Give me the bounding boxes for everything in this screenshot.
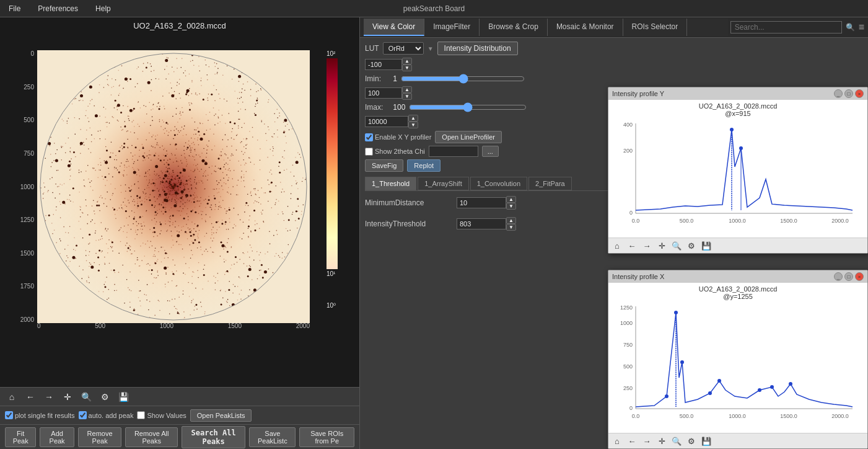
svg-text:1000: 1000 bbox=[620, 320, 633, 326]
menu-preferences[interactable]: Preferences bbox=[34, 3, 82, 14]
profile-y-forward-icon[interactable]: → bbox=[641, 239, 653, 252]
profile-y-settings-icon[interactable]: ⚙ bbox=[685, 239, 698, 252]
diffraction-image[interactable] bbox=[37, 50, 310, 323]
svg-text:0.0: 0.0 bbox=[632, 413, 640, 419]
imax-large-up-btn[interactable]: ▲ bbox=[408, 115, 418, 122]
colorbar bbox=[327, 58, 338, 269]
search-all-peaks-button[interactable]: Search All Peaks bbox=[182, 426, 245, 448]
int-thresh-down-btn[interactable]: ▼ bbox=[506, 224, 516, 231]
tab-view-color[interactable]: View & Color bbox=[364, 19, 424, 36]
image-title: UO2_A163_2_0028.mccd bbox=[0, 17, 359, 32]
minimum-distance-input[interactable] bbox=[457, 197, 506, 208]
svg-text:500.0: 500.0 bbox=[680, 413, 694, 419]
remove-all-peaks-button[interactable]: Remove All Peaks bbox=[125, 427, 178, 447]
menu-icon[interactable]: ≡ bbox=[859, 22, 864, 33]
tab-mosaic-monitor[interactable]: Mosaic & Monitor bbox=[548, 19, 623, 36]
search-input[interactable] bbox=[730, 21, 842, 33]
add-peak-button[interactable]: Add Peak bbox=[40, 427, 74, 447]
int-thresh-up-btn[interactable]: ▲ bbox=[506, 217, 516, 224]
profile-y-chart: 400 200 0 0.0 500.0 1000.0 1500.0 2000.0 bbox=[611, 117, 859, 235]
savefig-button[interactable]: SaveFig bbox=[365, 159, 403, 172]
imin-up-btn[interactable]: ▲ bbox=[402, 58, 412, 64]
intensity-threshold-input[interactable] bbox=[457, 218, 506, 229]
profile-y-zoom-icon[interactable]: 🔍 bbox=[670, 239, 683, 252]
home-icon[interactable]: ⌂ bbox=[5, 390, 19, 404]
profile-x-minimize-btn[interactable]: _ bbox=[834, 272, 843, 281]
profile-y-move-icon[interactable]: ✛ bbox=[655, 239, 668, 252]
enable-xy-checkbox[interactable] bbox=[365, 133, 373, 141]
tab-rois-selector[interactable]: ROIs Selector bbox=[623, 19, 688, 36]
profile-y-save-icon[interactable]: 💾 bbox=[700, 239, 712, 252]
svg-text:0: 0 bbox=[629, 405, 633, 411]
profile-x-back-icon[interactable]: ← bbox=[626, 435, 638, 447]
plot-single-fit-checkbox[interactable] bbox=[5, 411, 13, 419]
zoom-icon[interactable]: 🔍 bbox=[79, 390, 93, 404]
menu-help[interactable]: Help bbox=[92, 3, 115, 14]
move-icon[interactable]: ✛ bbox=[61, 390, 74, 404]
profile-x-save-icon[interactable]: 💾 bbox=[700, 435, 712, 447]
imin-spinbox-row: ▲ ▼ bbox=[365, 58, 863, 71]
intensity-distribution-button[interactable]: Intensity Distribution bbox=[437, 42, 518, 55]
2theta-browse-btn[interactable]: ... bbox=[482, 146, 499, 157]
imax-large-input[interactable] bbox=[365, 116, 408, 127]
replot-button[interactable]: Replot bbox=[407, 159, 441, 172]
profile-x-close-btn[interactable]: × bbox=[855, 272, 864, 281]
auto-add-peak-checkbox[interactable] bbox=[79, 411, 87, 419]
profile-y-back-icon[interactable]: ← bbox=[626, 239, 638, 252]
fit-peak-button[interactable]: Fit Peak bbox=[5, 427, 36, 447]
profile-y-titlebar: Intensity profile Y _ □ × bbox=[608, 87, 867, 100]
show-2theta-checkbox[interactable] bbox=[365, 148, 373, 156]
menubar: peakSearch Board File Preferences Help bbox=[0, 0, 868, 17]
lut-label: LUT bbox=[365, 44, 379, 53]
nav-toolbar: ⌂ ← → ✛ 🔍 ⚙ 💾 bbox=[0, 387, 359, 406]
menu-file[interactable]: File bbox=[5, 3, 24, 14]
svg-text:750: 750 bbox=[623, 342, 633, 348]
imax-large-spinbox: ▲ ▼ bbox=[365, 115, 418, 128]
profile-y-minimize-btn[interactable]: _ bbox=[834, 89, 843, 98]
imax-spinbox-input[interactable] bbox=[365, 87, 402, 99]
remove-peak-button[interactable]: Remove Peak bbox=[78, 427, 122, 447]
profile-x-subtitle1: UO2_A163_2_0028.mccd bbox=[611, 285, 865, 293]
section-tab-convolution[interactable]: 1_Convolution bbox=[470, 177, 527, 190]
imax-value: 100 bbox=[387, 103, 405, 112]
imin-spinbox-input[interactable] bbox=[365, 59, 402, 70]
imin-slider[interactable] bbox=[401, 74, 525, 84]
save-rois-button[interactable]: Save ROIs from Pe bbox=[299, 427, 354, 447]
2theta-input[interactable] bbox=[429, 146, 478, 157]
tab-browse-crop[interactable]: Browse & Crop bbox=[480, 19, 548, 36]
min-dist-down-btn[interactable]: ▼ bbox=[506, 203, 516, 210]
imax-down-btn[interactable]: ▼ bbox=[402, 93, 412, 100]
imax-slider[interactable] bbox=[409, 102, 527, 112]
section-tab-fitpara[interactable]: 2_FitPara bbox=[528, 177, 572, 190]
open-peaklists-button[interactable]: Open PeakLists bbox=[190, 409, 252, 422]
profile-x-maximize-btn[interactable]: □ bbox=[844, 272, 853, 281]
svg-point-33 bbox=[758, 388, 761, 392]
save-peaklists-button[interactable]: Save PeakListc bbox=[249, 427, 296, 447]
colorbar-container: 10² 10¹ 10⁰ bbox=[327, 50, 338, 309]
profile-y-home-icon[interactable]: ⌂ bbox=[611, 239, 623, 252]
profile-x-move-icon[interactable]: ✛ bbox=[655, 435, 668, 447]
profile-y-close-btn[interactable]: × bbox=[855, 89, 864, 98]
search-icon[interactable]: 🔍 bbox=[846, 23, 855, 32]
back-icon[interactable]: ← bbox=[24, 390, 37, 404]
imax-large-down-btn[interactable]: ▼ bbox=[408, 122, 418, 128]
open-lineprofiler-button[interactable]: Open LineProfiler bbox=[435, 131, 502, 143]
svg-point-31 bbox=[708, 391, 712, 395]
section-tab-arrayshift[interactable]: 1_ArrayShift bbox=[418, 177, 469, 190]
save-icon[interactable]: 💾 bbox=[116, 390, 130, 404]
forward-icon[interactable]: → bbox=[42, 390, 56, 404]
section-tab-threshold[interactable]: 1_Threshold bbox=[365, 177, 416, 190]
profile-x-settings-icon[interactable]: ⚙ bbox=[685, 435, 698, 447]
image-canvas-area: UO2_A163_2_0028.mccd 0 250 500 750 1000 … bbox=[0, 17, 359, 387]
imax-up-btn[interactable]: ▲ bbox=[402, 86, 412, 93]
profile-x-forward-icon[interactable]: → bbox=[641, 435, 653, 447]
min-dist-up-btn[interactable]: ▲ bbox=[506, 196, 516, 203]
settings-icon[interactable]: ⚙ bbox=[98, 390, 112, 404]
show-values-checkbox[interactable] bbox=[137, 411, 145, 419]
profile-y-maximize-btn[interactable]: □ bbox=[844, 89, 853, 98]
profile-x-home-icon[interactable]: ⌂ bbox=[611, 435, 623, 447]
imin-down-btn[interactable]: ▼ bbox=[402, 64, 412, 71]
profile-x-zoom-icon[interactable]: 🔍 bbox=[670, 435, 683, 447]
lut-select[interactable]: OrRd viridis plasma hot gray jet bbox=[383, 42, 424, 55]
tab-imagefilter[interactable]: ImageFilter bbox=[424, 19, 480, 36]
